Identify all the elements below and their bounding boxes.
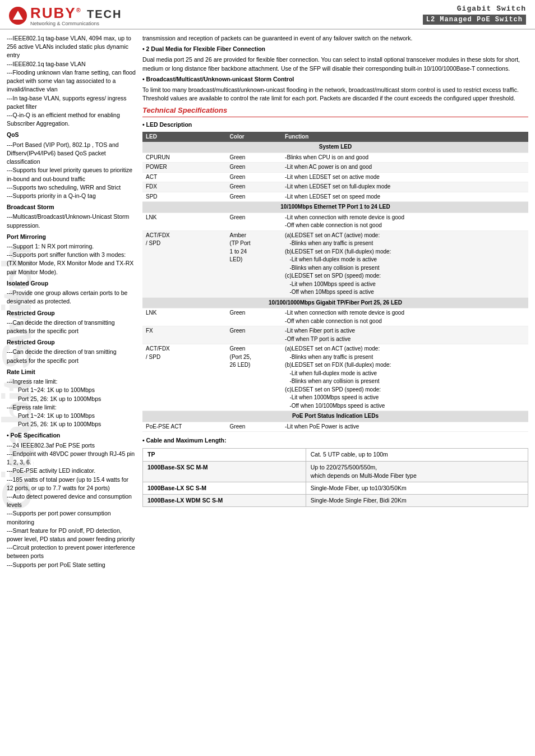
title-gigabit: Gigabit Switch	[423, 4, 526, 13]
table-row: System LED	[142, 142, 528, 153]
table-row: ACT/FDX / SPDAmber (TP Port 1 to 24 LED)…	[142, 231, 528, 297]
list-item: • PoE Specification	[7, 431, 136, 440]
list-item: ---Circuit protection to prevent power i…	[7, 543, 136, 560]
list-item: Port 25, 26: 1K up to 1000Mbps	[7, 395, 136, 403]
list-item: Port 1~24: 1K up to 100Mbps	[7, 412, 136, 420]
left-column: ---IEEE802.1q tag-base VLAN, 4094 max, u…	[7, 34, 136, 569]
intro-para: transmission and reception of packets ca…	[142, 34, 528, 43]
table-row: ACTGreen-Lit when LEDSET set on active m…	[142, 172, 528, 182]
list-item: ---Supports four level priority queues t…	[7, 166, 136, 183]
header: RUBY® TECH Networking & Communications G…	[0, 0, 535, 30]
list-item: ---Smart feature for PD on/off, PD detec…	[7, 527, 136, 543]
table-row: 10/100/1000Mbps Gigabit TP/Fiber Port 25…	[142, 297, 528, 308]
list-item: ---185 watts of total power (up to 15.4 …	[7, 476, 136, 492]
logo-area: RUBY® TECH Networking & Communications	[9, 4, 122, 26]
table-row: LNKGreen-Lit when connection with remote…	[142, 308, 528, 326]
header-titles: Gigabit Switch L2 Managed PoE Switch	[423, 4, 526, 25]
list-item: ---Provide one group allows certain port…	[7, 289, 136, 306]
table-row: SPDGreen-Lit when LEDSET set on speed mo…	[142, 192, 528, 202]
dual-media-title: • 2 Dual Media for Flexible Fiber Connec…	[142, 45, 528, 53]
list-item: ---Supports port sniffer function with 3…	[7, 251, 136, 276]
list-item: Port Mirroring	[7, 233, 136, 241]
table-row: PoE-PSE ACTGreen-Lit when PoE Power is a…	[142, 422, 528, 432]
table-row: LNKGreen-Lit when connection with remote…	[142, 213, 528, 231]
table-row: FXGreen-Lit when Fiber port is active -O…	[142, 326, 528, 344]
cable-section-title: • Cable and Maximum Length:	[142, 436, 528, 445]
title-l2: L2 Managed PoE Switch	[423, 15, 526, 25]
list-item: ---Support 1: N RX port mirroring.	[7, 242, 136, 251]
list-item: ---Multicast/Broadcast/Unknown-Unicast S…	[7, 213, 136, 229]
list-item: ---Ingress rate limit:	[7, 377, 136, 386]
table-row: TPCat. 5 UTP cable, up to 100m	[143, 449, 528, 461]
list-item: Port 25, 26: 1K up to 1000Mbps	[7, 420, 136, 428]
list-item: ---Can decide the direction of transmitt…	[7, 319, 136, 335]
table-row: 10/100Mbps Ethernet TP Port 1 to 24 LED	[142, 202, 528, 213]
list-item: ---Supports per port power consumption m…	[7, 509, 136, 526]
list-item: ---Supports two scheduling, WRR and Stri…	[7, 183, 136, 192]
table-row: 1000Base-LX SC S-MSingle-Mode Fiber, up …	[143, 482, 528, 494]
svg-marker-0	[13, 11, 23, 20]
logo-text: RUBY® TECH Networking & Communications	[30, 4, 122, 26]
list-item: ---Flooding unknown vlan frame setting, …	[7, 68, 136, 94]
logo-row: RUBY® TECH Networking & Communications	[9, 4, 122, 26]
tech-specs-title: Technical Specifications	[142, 105, 528, 118]
left-items: ---IEEE802.1q tag-base VLAN, 4094 max, u…	[7, 34, 136, 569]
led-table-header-row: LED Color Function	[142, 132, 528, 142]
list-item: ---Can decide the direction of tran smit…	[7, 348, 136, 365]
list-item: Rate Limit	[7, 368, 136, 376]
table-row: 1000Base-LX WDM SC S-MSingle-Mode Single…	[143, 495, 528, 507]
list-item: ---Egress rate limit:	[7, 403, 136, 412]
list-item: QoS	[7, 131, 136, 139]
list-item: Port 1~24: 1K up to 100Mbps	[7, 386, 136, 394]
list-item: Restricted Group	[7, 338, 136, 347]
table-row: ACT/FDX / SPDGreen (Port 25, 26 LED)(a)L…	[142, 344, 528, 411]
table-row: CPURUNGreen-Blinks when CPU is on and go…	[142, 153, 528, 163]
col-color: Color	[227, 132, 282, 142]
list-item: ---Q-in-Q is an efficient method for ena…	[7, 111, 136, 128]
list-item: Isolated Group	[7, 279, 136, 288]
logo-icon	[9, 7, 27, 25]
list-item: ---Auto detect powered device and consum…	[7, 492, 136, 509]
col-function: Function	[282, 132, 528, 142]
cable-table: TPCat. 5 UTP cable, up to 100m1000Base-S…	[142, 448, 528, 507]
list-item: ---Supports priority in a Q-in-Q tag	[7, 192, 136, 200]
right-column: transmission and reception of packets ca…	[142, 34, 528, 569]
broadcast-text: To limit too many broadcast/multicast/un…	[142, 86, 528, 103]
led-tbody: System LEDCPURUNGreen-Blinks when CPU is…	[142, 142, 528, 432]
list-item: Restricted Group	[7, 309, 136, 317]
led-table: LED Color Function System LEDCPURUNGreen…	[142, 132, 528, 432]
table-row: 1000Base-SX SC M-MUp to 220/275/500/550m…	[143, 461, 528, 482]
col-led: LED	[142, 132, 227, 142]
table-row: POWERGreen-Lit when AC power is on and g…	[142, 163, 528, 173]
table-row: FDXGreen-Lit when LEDSET set on full-dup…	[142, 182, 528, 192]
list-item: ---Endpoint with 48VDC power through RJ-…	[7, 450, 136, 467]
logo-ruby: RUBY® TECH	[30, 4, 122, 22]
main-content: ---IEEE802.1q tag-base VLAN, 4094 max, u…	[0, 30, 535, 574]
led-section-title: • LED Description	[142, 121, 528, 129]
table-row: PoE Port Status Indication LEDs	[142, 411, 528, 422]
list-item: ---In tag-base VLAN, supports egress/ in…	[7, 94, 136, 111]
broadcast-title: • Broadcast/Multicast/Unknown-unicast St…	[142, 75, 528, 84]
list-item: ---Supports per port PoE State setting	[7, 561, 136, 569]
list-item: Broadcast Storm	[7, 203, 136, 211]
list-item: ---24 IEEE802.3af PoE PSE ports	[7, 441, 136, 450]
dual-media-text: Dual media port 25 and 26 are provided f…	[142, 56, 528, 72]
list-item: ---PoE-PSE activity LED indicator.	[7, 467, 136, 475]
cable-tbody: TPCat. 5 UTP cable, up to 100m1000Base-S…	[143, 449, 528, 507]
list-item: ---Port Based (VIP Port), 802.1p , TOS a…	[7, 141, 136, 167]
list-item: ---IEEE802.1q tag-base VLAN, 4094 max, u…	[7, 34, 136, 60]
list-item: ---IEEE802.1q tag-base VLAN	[7, 60, 136, 68]
